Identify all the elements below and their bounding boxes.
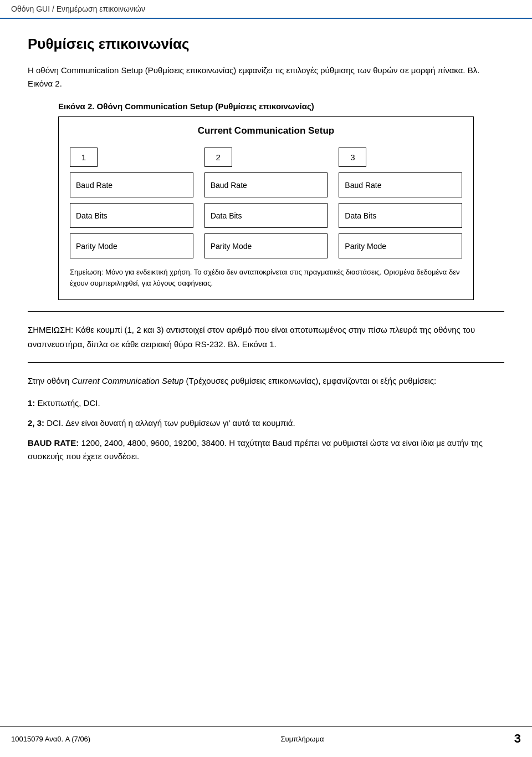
col-panel-3: 3 Baud Rate Data Bits Parity Mode [339,148,462,258]
notice-title: ΣΗΜΕΙΩΣΗ: [28,325,73,334]
col2-baud-rate: Baud Rate [204,172,328,197]
section-intro: Στην οθόνη Current Communication Setup (… [28,374,504,388]
comm-setup-box: Current Communication Setup 1 Baud Rate … [58,116,474,300]
item1-label: 1: [28,398,35,408]
divider-top [28,311,504,312]
item3-text: 1200, 2400, 4800, 9600, 19200, 38400. Η … [28,438,483,461]
comm-setup-title: Current Communication Setup [70,125,462,136]
main-content: Ρυθμίσεις επικοινωνίας Η οθόνη Communica… [0,19,532,514]
col2-parity-mode: Parity Mode [204,233,328,258]
footer-page-number: 3 [514,731,521,746]
footer: 10015079 Αναθ. A (7/06) Συμπλήρωμα 3 [0,726,532,746]
section-intro-text: Στην οθόνη Current Communication Setup (… [28,376,436,385]
figure-note: Σημείωση: Μόνο για ενδεικτική χρήση. Το … [70,267,462,288]
col1-baud-rate: Baud Rate [70,172,193,197]
col1-data-bits: Data Bits [70,203,193,228]
notice-section: ΣΗΜΕΙΩΣΗ: Κάθε κουμπί (1, 2 και 3) αντισ… [28,323,504,351]
page-title: Ρυθμίσεις επικοινωνίας [28,35,504,53]
col3-data-bits: Data Bits [339,203,462,228]
item-row-1: 1: Εκτυπωτής, DCI. [28,397,504,410]
item1-text: Εκτυπωτής, DCI. [38,398,100,408]
notice-text: ΣΗΜΕΙΩΣΗ: Κάθε κουμπί (1, 2 και 3) αντισ… [28,323,504,351]
item-row-3: BAUD RATE: 1200, 2400, 4800, 9600, 19200… [28,436,504,463]
col3-number: 3 [339,148,366,167]
item2-text: DCI. Δεν είναι δυνατή η αλλαγή των ρυθμί… [47,418,295,428]
figure-label: Εικόνα 2. Οθόνη Communication Setup (Ρυθ… [58,101,474,111]
top-bar-text: Οθόνη GUI / Ενημέρωση επικοινωνιών [11,4,145,13]
item-row-2: 2, 3: DCI. Δεν είναι δυνατή η αλλαγή των… [28,416,504,430]
footer-label: Συμπλήρωμα [281,735,324,743]
col2-number: 2 [204,148,232,167]
item3-label: BAUD RATE: [28,438,79,448]
item2-label: 2, 3: [28,418,44,428]
col-panel-1: 1 Baud Rate Data Bits Parity Mode [70,148,193,258]
notice-body: Κάθε κουμπί (1, 2 και 3) αντιστοιχεί στο… [28,325,475,349]
footer-doc-number: 10015079 Αναθ. A (7/06) [11,735,90,743]
col2-data-bits: Data Bits [204,203,328,228]
col1-parity-mode: Parity Mode [70,233,193,258]
columns-row: 1 Baud Rate Data Bits Parity Mode 2 Baud… [70,148,462,258]
top-bar: Οθόνη GUI / Ενημέρωση επικοινωνιών [0,0,532,19]
divider-bottom [28,362,504,363]
intro-text: Η οθόνη Communication Setup (Ρυθμίσεις ε… [28,64,504,90]
col3-parity-mode: Parity Mode [339,233,462,258]
col1-number: 1 [70,148,98,167]
col-panel-2: 2 Baud Rate Data Bits Parity Mode [204,148,328,258]
col3-baud-rate: Baud Rate [339,172,462,197]
figure-container: Εικόνα 2. Οθόνη Communication Setup (Ρυθ… [58,101,474,300]
